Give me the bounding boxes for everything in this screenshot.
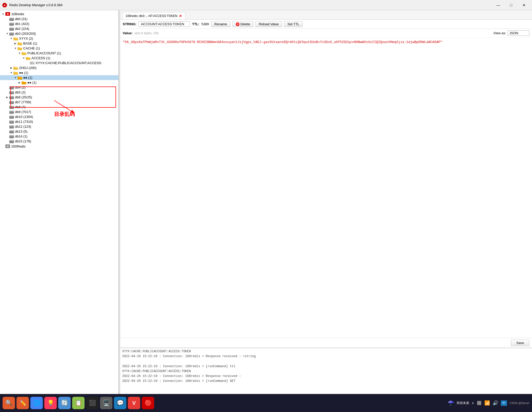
reload-button[interactable]: Reload Value [255,21,282,27]
log-line-5: 2022-04-26 15:22:19 : Connection: 108red… [122,374,530,379]
label-key-xyyx: XYYX:CACHE:PUBLICACCOUNT:ACCESS: [36,61,102,65]
tree-node-db6[interactable]: ▶ db6 (25/25) [0,95,118,100]
db-icon-db9 [9,110,14,114]
db-icon-db0 [9,17,14,21]
tree-node-108redis[interactable]: ▼ 108redis [0,11,118,16]
tree-node-db8[interactable]: db8 (4) [0,105,118,109]
maximize-button[interactable]: □ [505,1,517,9]
folder-icon-garbled1 [13,71,18,75]
left-panel: ▼ 108redis db0 (31) [0,10,119,394]
tree-node-cache[interactable]: ▼ CACHE (1) [0,46,118,51]
folder-icon-base [18,42,22,45]
rename-button[interactable]: Rename [211,21,230,27]
svg-rect-46 [9,111,14,112]
svg-rect-34 [22,81,23,82]
db-icon-db7 [9,100,14,104]
tab-main[interactable]: 108redis::db3::...NT:ACCESS:TOKEN ✕ [122,12,185,19]
ttl-label: TTL: [192,22,199,26]
label-garbled3: ●● (1) [27,81,36,84]
db-icon-db5 [9,91,14,94]
tree-node-db1[interactable]: db1 (422) [0,21,118,26]
save-area: Save [120,338,532,348]
taskbar-vpn[interactable]: 🔄 [58,397,71,409]
value-label-group: Value: size in bytes: 159 [123,31,159,35]
tree-node-garbled2[interactable]: ▼ ●● (1) [0,75,118,80]
db-icon-db2 [9,27,14,31]
tree-node-db14[interactable]: db14 (1) [0,134,118,139]
tree-node-db9[interactable]: db9 (7017) [0,109,118,114]
tree-node-db2[interactable]: db2 (224) [0,26,118,31]
view-as-label: View as: [493,31,506,35]
svg-rect-32 [18,76,19,78]
minimize-button[interactable]: — [492,1,504,9]
folder-icon-xyyx [13,37,18,40]
tree-node-db3[interactable]: ▼ db3 (203/203) [0,31,118,36]
tree-node-xyyx[interactable]: ▼ XYYX (2) [0,36,118,41]
tree-node-access[interactable]: ▼ ACCESS (1) [0,56,118,61]
db-icon-db10 [9,115,14,119]
svg-rect-22 [26,57,28,58]
tree-node-publicaccount[interactable]: ▼ PUBLICACCOUNT (1) [0,51,118,56]
label-db0: db0 (31) [15,17,27,21]
delete-button[interactable]: ⊖ Delete [232,21,254,27]
tree-node-db11[interactable]: db11 (7310) [0,119,118,124]
tree-node-key-xyyx[interactable]: XYYX:CACHE:PUBLICACCOUNT:ACCESS: [0,61,118,65]
toggle-access[interactable]: ▼ [22,57,26,59]
tab-close-button[interactable]: ✕ [179,14,182,18]
toggle-cache[interactable]: ▼ [13,47,18,50]
tree-node-zhdj[interactable]: ▶ ZHDJ (200) [0,65,118,70]
close-button[interactable]: ✕ [518,1,530,9]
toggle-db3[interactable]: ▼ [5,32,9,35]
tree-node-base[interactable]: ▶ BASE (1) [0,41,118,46]
label-db13: db13 (5) [15,130,27,133]
label-db4: db4 (2) [15,85,26,89]
tree-node-db4[interactable]: db4 (2) [0,85,118,90]
tree-node-db5[interactable]: db5 (2) [0,90,118,95]
tab-bar: 108redis::db3::...NT:ACCESS:TOKEN ✕ [120,10,532,20]
taskbar-redis[interactable]: 🔴 [142,397,154,409]
log-line-2 [122,359,530,364]
taskbar-black[interactable]: ⬛ [86,397,98,409]
svg-rect-54 [9,130,14,131]
tree-node-db12[interactable]: db12 (123) [0,124,118,129]
label-db3: db3 (203/203) [15,32,36,36]
folder-icon-garbled3 [22,81,26,84]
taskbar-chrome[interactable]: 🌐 [30,397,43,409]
label-db14: db14 (1) [15,134,27,138]
value-label: Value: [123,31,132,35]
tree-node-200redis[interactable]: 200Redis [0,144,118,149]
delete-label: Delete [240,22,250,26]
window-title: Redis Desktop Manager v.0.8.8.384 [9,3,62,7]
tree-node-garbled3[interactable]: ▶ ●● (1) [0,80,118,85]
toggle-publicaccount[interactable]: ▼ [18,52,22,55]
svg-rect-18 [18,47,19,48]
toggle-garbled2[interactable]: ▼ [13,76,18,79]
tree-node-garbled1[interactable]: ▼ ●● (1) [0,70,118,75]
taskbar-search[interactable]: 🔍 [3,397,15,409]
toggle-garbled3[interactable]: ▶ [18,81,22,84]
label-db1: db1 (422) [15,22,29,26]
tree-node-db10[interactable]: db10 (1304) [0,114,118,119]
taskbar-todo[interactable]: 📋 [72,397,85,409]
value-content[interactable]: "56_4DpzKaTPmWjmRvT3t_GXGOHof6PbX678-RCO… [120,38,532,338]
label-garbled2: ●● (1) [23,76,32,80]
taskbar-pen[interactable]: ✏️ [16,397,29,409]
tree-node-db0[interactable]: db0 (31) [0,16,118,21]
svg-text:R: R [4,4,6,7]
toggle-garbled1[interactable]: ▼ [9,71,13,74]
tree-node-db7[interactable]: db7 (7789) [0,100,118,105]
tree-node-db15[interactable]: db15 (178) [0,139,118,144]
set-ttl-button[interactable]: Set TTL [284,21,303,27]
save-button[interactable]: Save [511,340,529,346]
label-db2: db2 (224) [15,27,29,31]
view-as-select[interactable]: JSON Plain Text [508,30,529,36]
taskbar-chat[interactable]: 💬 [114,397,126,409]
svg-rect-11 [9,32,14,33]
taskbar-v[interactable]: V [128,397,140,409]
toggle-108redis[interactable]: ▼ [1,13,5,15]
taskbar-terminal[interactable]: 🖥️ [100,397,112,409]
toggle-xyyx[interactable]: ▼ [9,37,13,40]
taskbar-idea[interactable]: 💡 [44,397,57,409]
tree-node-db13[interactable]: db13 (5) [0,129,118,134]
db-icon-db3 [9,32,14,36]
